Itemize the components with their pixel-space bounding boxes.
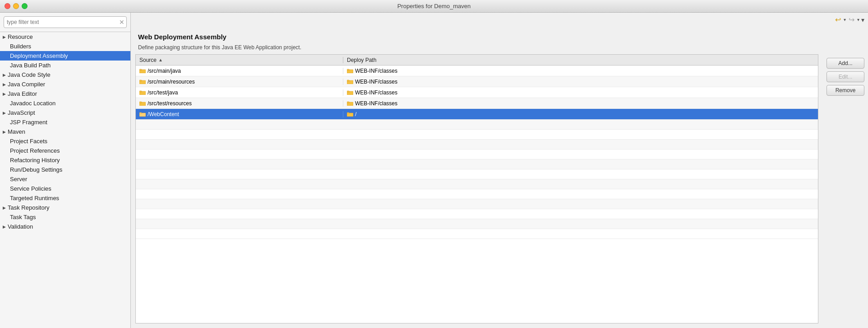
svg-rect-17 [139,112,142,114]
window-title: Properties for Demo_maven [397,3,471,9]
expand-arrow-icon: ▶ [3,82,6,87]
svg-rect-7 [347,80,349,81]
minimize-button[interactable] [13,3,19,9]
toolbar-area: ↩ ▾ ↪ ▾ ▾ [131,13,868,27]
svg-rect-13 [139,102,142,103]
sidebar-item-label: Javadoc Location [10,100,55,107]
sidebar-item-javascript[interactable]: ▶JavaScript [0,108,130,117]
row-source-text: /src/main/java [148,68,181,74]
sidebar-item-server[interactable]: Server [0,174,130,184]
row-source-cell: /src/test/java [136,89,343,96]
table-row[interactable]: /src/test/java WEB-INF/classes [136,87,818,98]
deployment-table: Source ▲ Deploy Path /src/main/java WEB-… [135,54,818,323]
table-row[interactable]: /src/main/resources WEB-INF/classes [136,76,818,87]
sidebar-item-run-debug-settings[interactable]: Run/Debug Settings [0,165,130,174]
sidebar-item-java-editor[interactable]: ▶Java Editor [0,89,130,98]
content-header: Web Deployment Assembly Define packaging… [131,27,868,54]
folder-icon [139,112,146,117]
content-title: Web Deployment Assembly [138,33,861,41]
sidebar-item-label: Validation [8,223,33,230]
table-row[interactable]: /src/test/resources WEB-INF/classes [136,98,818,109]
col-source-header[interactable]: Source ▲ [136,57,343,63]
sort-arrow-icon: ▲ [158,57,163,62]
filter-input[interactable] [4,16,127,28]
sidebar-item-label: Project Facets [10,138,47,145]
folder-icon [139,68,146,73]
sidebar-item-label: Targeted Runtimes [10,195,59,201]
sidebar-item-label: Java Editor [8,90,37,97]
row-deploy-text: WEB-INF/classes [355,79,397,85]
table-row-empty [136,150,818,159]
svg-rect-19 [347,112,349,114]
window-controls[interactable] [5,3,28,9]
table-row-empty [136,219,818,229]
remove-button[interactable]: Remove [826,85,864,96]
sidebar-item-label: Deployment Assembly [10,52,68,59]
back-dropdown[interactable]: ▾ [844,17,846,22]
row-deploy-cell: WEB-INF/classes [343,89,818,96]
forward-dropdown[interactable]: ▾ [857,17,859,22]
sidebar-item-validation[interactable]: ▶Validation [0,222,130,231]
sidebar-item-java-code-style[interactable]: ▶Java Code Style [0,70,130,80]
sidebar: ✕ ▶ResourceBuildersDeployment AssemblyJa… [0,13,131,328]
table-row-empty [136,169,818,179]
expand-arrow-icon: ▶ [3,92,6,96]
add-button[interactable]: Add... [826,58,864,69]
svg-rect-9 [139,91,142,92]
sidebar-item-label: Task Tags [10,214,36,220]
svg-rect-11 [347,91,349,92]
clear-filter-icon[interactable]: ✕ [119,19,125,26]
table-header: Source ▲ Deploy Path [136,55,818,66]
row-source-text: /src/test/java [148,89,178,96]
sidebar-item-project-facets[interactable]: Project Facets [0,136,130,146]
sidebar-item-jsp-fragment[interactable]: JSP Fragment [0,117,130,127]
sidebar-item-label: Task Repository [8,204,49,211]
row-source-cell: /src/main/java [136,68,343,74]
sidebar-item-javadoc-location[interactable]: Javadoc Location [0,98,130,108]
sidebar-item-service-policies[interactable]: Service Policies [0,184,130,193]
table-row-empty [136,189,818,199]
sidebar-item-project-references[interactable]: Project References [0,146,130,155]
sidebar-item-java-compiler[interactable]: ▶Java Compiler [0,80,130,89]
expand-arrow-icon: ▶ [3,73,6,77]
table-row-empty [136,179,818,189]
table-row[interactable]: /WebContent / [136,109,818,120]
sidebar-item-label: Resource [8,33,33,40]
table-row-empty [136,209,818,219]
sidebar-item-label: Refactoring History [10,157,60,164]
sidebar-item-label: Server [10,176,27,183]
table-row[interactable]: /src/main/java WEB-INF/classes [136,66,818,76]
table-row-empty [136,140,818,150]
action-buttons: Add... Edit... Remove [823,54,868,328]
sidebar-item-maven[interactable]: ▶Maven [0,127,130,136]
sidebar-item-targeted-runtimes[interactable]: Targeted Runtimes [0,193,130,203]
folder-icon [139,90,146,95]
sidebar-item-java-build-path[interactable]: Java Build Path [0,61,130,70]
sidebar-item-label: Service Policies [10,185,51,192]
back-button[interactable]: ↩ [834,14,842,25]
sidebar-item-deployment-assembly[interactable]: Deployment Assembly [0,51,130,61]
folder-icon [347,101,353,106]
menu-dropdown[interactable]: ▾ [861,16,864,23]
edit-button[interactable]: Edit... [826,71,864,82]
sidebar-item-task-repository[interactable]: ▶Task Repository [0,203,130,212]
sidebar-item-refactoring-history[interactable]: Refactoring History [0,155,130,165]
sidebar-item-task-tags[interactable]: Task Tags [0,212,130,222]
maximize-button[interactable] [22,3,28,9]
svg-rect-3 [347,69,349,70]
table-body: /src/main/java WEB-INF/classes /src/main… [136,66,818,323]
row-deploy-cell: WEB-INF/classes [343,79,818,85]
forward-button[interactable]: ↪ [848,14,855,25]
sidebar-item-label: Project References [10,147,60,154]
title-bar: Properties for Demo_maven [0,0,868,13]
sidebar-item-builders[interactable]: Builders [0,42,130,51]
content-description: Define packaging structure for this Java… [138,44,861,51]
sidebar-item-label: Run/Debug Settings [10,166,62,173]
close-button[interactable] [5,3,10,9]
row-source-cell: /WebContent [136,111,343,117]
sidebar-item-resource[interactable]: ▶Resource [0,32,130,42]
expand-arrow-icon: ▶ [3,225,6,229]
folder-icon [139,101,146,106]
expand-arrow-icon: ▶ [3,35,6,39]
col-deploy-header: Deploy Path [343,57,818,63]
